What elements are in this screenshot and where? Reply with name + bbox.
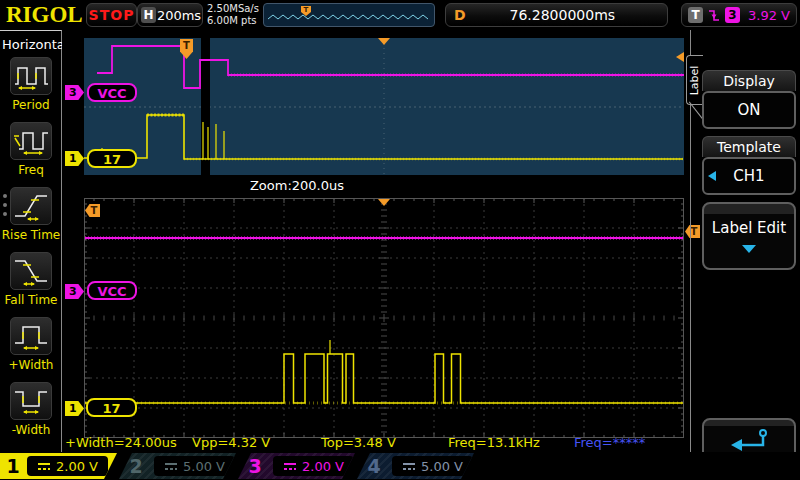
dc-coupling-icon <box>402 460 416 472</box>
menu-item-freq[interactable]: Freq <box>0 122 62 184</box>
zoom-scale-readout: Zoom:200.0us <box>222 178 372 193</box>
dc-coupling-icon <box>37 460 51 472</box>
overview-window: T 3 VCC 1 17 <box>84 38 684 175</box>
trigger-icon: T <box>688 7 703 23</box>
display-on-button[interactable]: ON <box>702 91 796 129</box>
channel-2-tab[interactable]: 2 5.00 V <box>119 453 236 479</box>
template-header: Template <box>702 136 796 157</box>
preview-waveform: T <box>264 4 434 26</box>
channel-4-tab[interactable]: 4 5.00 V <box>357 453 474 479</box>
menu-page-dot <box>3 212 7 216</box>
oscilloscope-screen: RIGOL STOP H 200ms 2.50MSa/s 6.00M pts T… <box>0 0 800 480</box>
acquisition-info: 2.50MSa/s 6.00M pts <box>207 3 263 27</box>
channel-3-scale: 2.00 V <box>273 456 354 476</box>
return-arrow-icon <box>727 427 771 453</box>
menu-item-neg-width[interactable]: -Width <box>0 382 62 444</box>
menu-item-rise-time[interactable]: Rise Time <box>0 187 62 249</box>
trigger-level-flag[interactable]: T <box>685 225 700 238</box>
ch1-marker-overview[interactable]: 1 <box>65 151 84 166</box>
channel-1-tab[interactable]: 1 2.00 V <box>0 453 117 479</box>
sample-rate: 2.50MSa/s <box>207 3 263 15</box>
ch3-label-overview[interactable]: VCC <box>87 83 137 102</box>
memory-depth: 6.00M pts <box>207 15 263 27</box>
measurement-freq: Freq=13.1kHz <box>448 435 540 451</box>
fall-time-icon <box>13 256 49 286</box>
ch3-marker-zoom[interactable]: 3 <box>65 284 84 299</box>
plus-width-icon <box>13 321 49 351</box>
channel-2-scale: 5.00 V <box>154 456 235 476</box>
channel-4-scale: 5.00 V <box>392 456 473 476</box>
ch3-marker-overview[interactable]: 3 <box>65 85 84 100</box>
ch1-marker-zoom[interactable]: 1 <box>65 401 84 416</box>
freq-icon <box>13 126 49 156</box>
run-state-button[interactable]: STOP <box>86 3 137 27</box>
ch1-label-overview[interactable]: 17 <box>87 149 137 168</box>
measurement-pwidth: +Width=24.00us <box>65 435 177 451</box>
display-header: Display <box>702 70 796 91</box>
left-function-menu: Horizontal Period Freq <box>0 30 62 452</box>
delay-box[interactable]: D 76.2800000ms <box>445 3 668 27</box>
horizontal-icon: H <box>141 7 156 23</box>
overview-traces <box>84 38 684 175</box>
channel-1-scale: 2.00 V <box>27 456 108 476</box>
trigger-box[interactable]: T 3 3.92 V <box>681 3 797 27</box>
label-menu-tab[interactable]: Label <box>686 55 703 105</box>
down-arrow-icon <box>742 245 756 253</box>
zoom-grid-and-traces <box>84 198 684 438</box>
period-icon <box>13 61 49 91</box>
svg-text:T: T <box>304 6 309 14</box>
menu-title: Horizontal <box>2 37 68 52</box>
measurement-vpp: Vpp=4.32 V <box>192 435 270 451</box>
delay-value: 76.2800000ms <box>466 7 659 23</box>
left-arrow-icon <box>708 171 716 181</box>
zoom-window: T T 3 VCC 1 17 <box>84 198 684 438</box>
channel-3-tab[interactable]: 3 2.00 V <box>238 453 355 479</box>
menu-item-period[interactable]: Period <box>0 57 62 119</box>
ch3-label-zoom[interactable]: VCC <box>87 281 137 300</box>
label-edit-button[interactable]: Label Edit <box>702 202 796 270</box>
menu-group-display: Display ON <box>702 70 796 129</box>
rise-time-icon <box>13 191 49 221</box>
top-status-bar: RIGOL STOP H 200ms 2.50MSa/s 6.00M pts T… <box>0 0 800 30</box>
ch1-label-zoom[interactable]: 17 <box>86 398 137 417</box>
measurement-freq2: Freq=***** <box>574 435 645 451</box>
falling-edge-icon <box>708 8 720 23</box>
rigol-logo: RIGOL <box>6 2 82 28</box>
menu-page-dot <box>3 203 7 207</box>
template-ch1-button[interactable]: CH1 <box>702 157 796 195</box>
menu-group-template: Template CH1 <box>702 136 796 195</box>
measurement-top: Top=3.48 V <box>321 435 396 451</box>
waveform-display-area: T 3 VCC 1 17 Zoom:200.0us T T 3 VCC 1 17… <box>62 30 695 452</box>
waveform-memory-preview[interactable]: T <box>263 3 435 27</box>
dc-coupling-icon <box>283 460 297 472</box>
minus-width-icon <box>13 386 49 416</box>
horizontal-timebase-box[interactable]: H 200ms <box>137 3 203 27</box>
channel-status-bar: 1 2.00 V 2 5.00 V 3 <box>0 452 800 480</box>
menu-item-pos-width[interactable]: +Width <box>0 317 62 379</box>
trigger-level-value: 3.92 V <box>745 8 790 23</box>
menu-item-fall-time[interactable]: Fall Time <box>0 252 62 314</box>
timebase-value: 200ms <box>156 8 202 23</box>
delay-icon: D <box>454 7 466 23</box>
dc-coupling-icon <box>164 460 178 472</box>
menu-page-dot <box>3 194 7 198</box>
trigger-source-badge: 3 <box>725 7 740 23</box>
